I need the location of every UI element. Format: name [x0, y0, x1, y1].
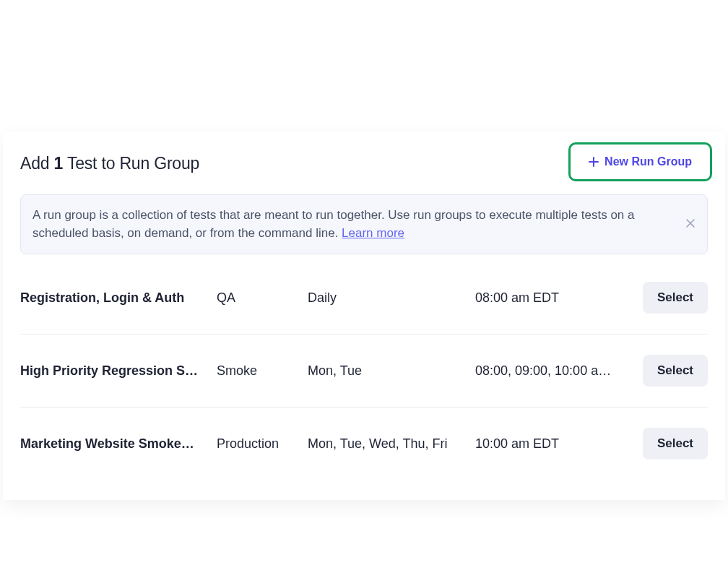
run-group-list: Registration, Login & Auth QA Daily 08:0…: [3, 262, 725, 480]
title-prefix: Add: [20, 154, 54, 173]
row-name: High Priority Regression S…: [20, 363, 217, 379]
row-environment: Smoke: [217, 363, 308, 379]
run-group-panel: Add 1 Test to Run Group New Run Group A …: [3, 132, 725, 500]
row-days: Mon, Tue, Wed, Thu, Fri: [308, 436, 475, 452]
title-suffix: Test to Run Group: [63, 154, 199, 173]
row-time: 10:00 am EDT: [475, 436, 643, 452]
new-run-group-label: New Run Group: [604, 155, 692, 168]
select-button[interactable]: Select: [643, 355, 708, 387]
row-action: Select: [643, 355, 708, 387]
row-time: 08:00 am EDT: [475, 290, 643, 306]
select-button[interactable]: Select: [643, 282, 708, 314]
info-banner: A run group is a collection of tests tha…: [20, 194, 708, 254]
info-banner-text: A run group is a collection of tests tha…: [32, 207, 672, 242]
row-environment: QA: [217, 290, 308, 306]
learn-more-link[interactable]: Learn more: [342, 226, 404, 240]
panel-header: Add 1 Test to Run Group New Run Group: [3, 132, 725, 194]
row-action: Select: [643, 282, 708, 314]
close-icon: [685, 218, 696, 230]
row-time: 08:00, 09:00, 10:00 a…: [475, 363, 643, 379]
table-row: Registration, Login & Auth QA Daily 08:0…: [20, 262, 708, 335]
row-name: Marketing Website Smoke…: [20, 436, 217, 452]
table-row: High Priority Regression S… Smoke Mon, T…: [20, 335, 708, 407]
plus-icon: [589, 157, 599, 167]
table-row: Marketing Website Smoke… Production Mon,…: [20, 407, 708, 480]
close-banner-button[interactable]: [684, 218, 697, 231]
new-run-group-button[interactable]: New Run Group: [573, 147, 708, 177]
row-action: Select: [643, 428, 708, 460]
select-button[interactable]: Select: [643, 428, 708, 460]
row-days: Daily: [308, 290, 475, 306]
new-run-group-highlight: New Run Group: [568, 142, 712, 181]
page-title: Add 1 Test to Run Group: [20, 154, 199, 173]
row-days: Mon, Tue: [308, 363, 475, 379]
row-name: Registration, Login & Auth: [20, 290, 217, 306]
title-count: 1: [54, 154, 64, 173]
row-environment: Production: [217, 436, 308, 452]
banner-text: A run group is a collection of tests tha…: [32, 208, 634, 240]
